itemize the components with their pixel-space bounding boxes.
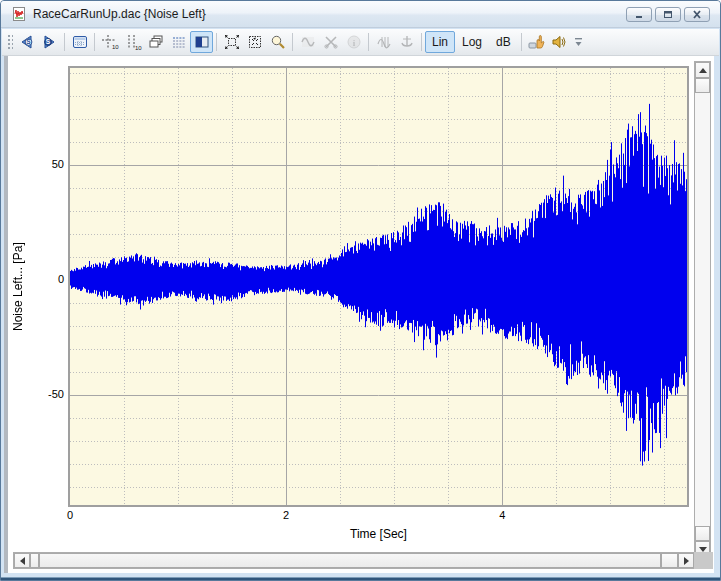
info-icon: i <box>346 34 362 50</box>
toolbar: S S 10 <box>2 29 719 56</box>
chevron-down-icon <box>574 37 583 47</box>
scroll-up-icon <box>699 68 707 73</box>
y-tick-label: 0 <box>24 273 64 285</box>
horizontal-cursor-10-icon: 10 <box>101 34 119 51</box>
scissors-icon <box>323 34 339 50</box>
close-icon <box>692 10 702 19</box>
dashed-rows-icon <box>171 34 187 50</box>
vertical-cursor-button[interactable]: 10 <box>121 31 144 53</box>
horizontal-cursor-button[interactable]: 10 <box>98 31 121 53</box>
scroll-left-icon <box>20 557 25 565</box>
x-tick-label: 2 <box>283 509 289 521</box>
restore-icon <box>663 10 673 19</box>
toolbar-separator <box>94 33 95 51</box>
window-frame-edge <box>1 578 720 580</box>
h-scroll-zoom-cap-right[interactable] <box>661 553 678 568</box>
toolbar-overflow-button[interactable] <box>573 31 585 53</box>
play-forward-button[interactable]: S <box>38 31 61 53</box>
svg-text:S: S <box>26 38 31 45</box>
svg-text:10: 10 <box>135 44 142 50</box>
y-tick-label: 50 <box>24 158 64 170</box>
magnifier-icon <box>270 34 286 50</box>
rewind-to-start-button[interactable]: S <box>15 31 38 53</box>
toolbar-separator <box>292 33 293 51</box>
app-window: RaceCarRunUp.dac {Noise Left} S <box>0 0 721 581</box>
toolbar-separator <box>368 33 369 51</box>
vertical-scrollbar <box>694 61 711 558</box>
zoom-out-icon <box>224 34 240 50</box>
h-scroll-thumb[interactable] <box>39 553 661 568</box>
v-scroll-track[interactable] <box>695 93 710 526</box>
horizontal-scrollbar <box>13 552 695 569</box>
panel-split-icon <box>194 34 210 50</box>
play-forward-icon: S <box>41 34 58 50</box>
wave-select-icon <box>300 34 316 50</box>
toolbar-separator <box>216 33 217 51</box>
scroll-right-button[interactable] <box>678 553 694 568</box>
zoom-out-button[interactable] <box>220 31 243 53</box>
svg-text:S: S <box>46 38 51 45</box>
wave-select-button[interactable] <box>296 31 319 53</box>
minimize-icon <box>634 10 644 19</box>
scale-db-button[interactable]: dB <box>489 31 518 53</box>
toolbar-grip[interactable] <box>6 33 13 51</box>
zoom-in-button[interactable] <box>243 31 266 53</box>
scroll-up-button[interactable] <box>695 62 710 78</box>
hand-press-icon <box>527 34 545 50</box>
layers-button[interactable] <box>144 31 167 53</box>
y-tick-label: -50 <box>24 388 64 400</box>
y-axis-title: Noise Left... [Pa] <box>10 68 26 505</box>
waveform-document-icon[interactable] <box>11 6 27 22</box>
scroll-right-icon <box>684 557 689 565</box>
title-bar[interactable]: RaceCarRunUp.dac {Noise Left} <box>1 1 720 28</box>
toolbar-separator <box>521 33 522 51</box>
panel-split-button[interactable] <box>190 31 213 53</box>
toolbar-separator <box>421 33 422 51</box>
anchor-icon <box>399 34 415 50</box>
scroll-left-button[interactable] <box>14 553 30 568</box>
x-axis-title: Time [Sec] <box>68 527 689 541</box>
speaker-icon <box>551 34 567 50</box>
waveform-canvas[interactable] <box>70 68 687 505</box>
wave-marker-button[interactable] <box>372 31 395 53</box>
v-scroll-zoom-cap-top[interactable] <box>695 78 710 93</box>
dashed-rows-button[interactable] <box>167 31 190 53</box>
speaker-button[interactable] <box>548 31 571 53</box>
anchor-button[interactable] <box>395 31 418 53</box>
scale-log-button[interactable]: Log <box>455 31 489 53</box>
scrollbar-corner <box>694 552 713 569</box>
svg-text:10: 10 <box>112 43 119 49</box>
minimize-button[interactable] <box>626 7 652 22</box>
restore-button[interactable] <box>655 7 681 22</box>
window-title: RaceCarRunUp.dac {Noise Left} <box>33 7 626 21</box>
close-button[interactable] <box>684 7 710 22</box>
toolbar-separator <box>64 33 65 51</box>
zoom-in-icon <box>247 34 263 50</box>
scroll-down-icon <box>699 547 707 552</box>
x-tick-label: 0 <box>67 509 73 521</box>
h-scroll-zoom-cap-left[interactable] <box>30 553 39 568</box>
data-table-button[interactable] <box>68 31 91 53</box>
v-scroll-zoom-cap-bottom[interactable] <box>695 526 710 541</box>
wave-marker-icon <box>376 34 392 50</box>
vertical-cursor-10-icon: 10 <box>124 34 142 51</box>
cut-button[interactable] <box>319 31 342 53</box>
info-button[interactable]: i <box>342 31 365 53</box>
hand-press-button[interactable] <box>525 31 548 53</box>
plot-client-area: Noise Left... [Pa] 500-50 024 Time [Sec] <box>4 56 714 575</box>
zoom-tool-button[interactable] <box>266 31 289 53</box>
x-tick-label: 4 <box>499 509 505 521</box>
plot-frame <box>68 66 689 507</box>
scale-lin-button[interactable]: Lin <box>425 31 455 53</box>
layers-icon <box>148 34 164 50</box>
data-table-icon <box>72 34 88 50</box>
rewind-to-start-icon: S <box>18 34 35 50</box>
